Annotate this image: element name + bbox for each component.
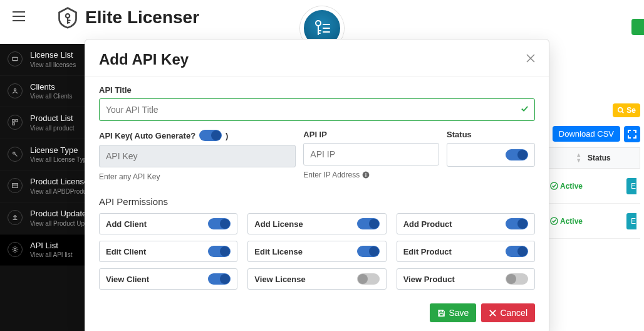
search-button[interactable]: Se — [613, 103, 640, 117]
perm-toggle[interactable] — [506, 246, 528, 257]
perm-edit-license: Edit License — [247, 241, 386, 262]
status-box — [447, 143, 535, 167]
api-key-label: API Key( Auto Generate? — [99, 131, 195, 140]
add-api-key-modal: Add API Key API Title API Key( Auto Gene… — [85, 39, 549, 331]
permissions-grid: Add ClientAdd LicenseAdd ProductEdit Cli… — [99, 213, 535, 290]
svg-rect-17 — [440, 313, 444, 316]
perm-label: View Product — [403, 275, 455, 284]
ticket-icon — [8, 51, 23, 66]
perm-toggle[interactable] — [357, 218, 380, 229]
expand-button[interactable] — [624, 126, 640, 142]
perm-label: View Client — [106, 275, 149, 284]
users-icon — [8, 83, 23, 98]
api-title-label: API Title — [99, 85, 535, 95]
perm-add-license: Add License — [247, 213, 386, 234]
svg-point-3 — [14, 88, 16, 90]
svg-point-10 — [618, 108, 623, 112]
perm-toggle[interactable] — [506, 273, 528, 285]
key-icon — [8, 147, 23, 162]
upload-icon — [8, 210, 23, 225]
auto-generate-toggle[interactable] — [199, 130, 222, 141]
perm-toggle[interactable] — [357, 273, 380, 285]
perm-label: Add License — [254, 219, 303, 229]
save-button[interactable]: Save — [430, 303, 476, 322]
api-ip-help: Enter IP Address — [303, 171, 439, 179]
edit-button[interactable]: E — [626, 178, 636, 194]
close-icon — [489, 309, 497, 317]
valid-check-icon — [521, 104, 529, 115]
svg-rect-4 — [13, 120, 14, 122]
close-icon — [526, 54, 535, 63]
brand-name: Elite Licenser — [85, 8, 199, 28]
perm-add-product: Add Product — [397, 213, 535, 234]
svg-rect-8 — [13, 184, 18, 188]
api-title-input[interactable] — [99, 98, 535, 121]
perm-label: Edit Client — [106, 247, 146, 256]
svg-rect-6 — [13, 123, 14, 125]
top-right-button-edge[interactable] — [631, 19, 644, 35]
brand: Elite Licenser — [56, 6, 199, 29]
svg-point-15 — [365, 173, 366, 174]
status-label: Status — [447, 130, 535, 139]
perm-label: Edit Product — [403, 247, 452, 256]
table-row: Active E — [546, 204, 640, 239]
svg-rect-5 — [16, 120, 18, 122]
svg-point-9 — [14, 248, 16, 250]
brand-logo-icon — [56, 6, 79, 29]
modal-title: Add API Key — [99, 51, 189, 68]
expand-icon — [628, 130, 636, 139]
perm-view-client: View Client — [99, 268, 237, 290]
package-icon — [8, 178, 23, 193]
perm-label: Edit License — [254, 247, 303, 256]
perm-view-license: View License — [247, 268, 386, 290]
sort-icon: ▲▼ — [576, 152, 581, 164]
menu-icon[interactable] — [6, 11, 31, 24]
status-badge: Active — [550, 182, 583, 191]
save-icon — [437, 309, 445, 317]
perm-add-client: Add Client — [99, 213, 237, 234]
info-icon — [362, 171, 370, 179]
svg-rect-14 — [366, 174, 366, 177]
perm-toggle[interactable] — [208, 273, 231, 285]
check-circle-icon — [550, 217, 558, 225]
api-key-help: Enter any API Key — [99, 172, 296, 181]
svg-point-1 — [316, 21, 321, 26]
download-csv-button[interactable]: Download CSV — [553, 126, 620, 142]
api-ip-label: API IP — [303, 130, 439, 139]
perm-toggle[interactable] — [506, 218, 528, 229]
perm-label: Add Product — [403, 219, 452, 229]
search-icon — [617, 107, 625, 114]
perm-toggle[interactable] — [208, 246, 231, 257]
perm-edit-product: Edit Product — [397, 241, 535, 262]
cog-icon — [8, 242, 23, 257]
perm-label: View License — [254, 275, 305, 284]
status-toggle[interactable] — [506, 149, 528, 160]
table-row: Active E — [546, 169, 640, 204]
perm-edit-client: Edit Client — [99, 241, 237, 262]
api-key-input — [99, 145, 296, 167]
perm-view-product: View Product — [397, 268, 535, 290]
perm-toggle[interactable] — [357, 246, 380, 257]
status-badge: Active — [550, 217, 583, 226]
svg-rect-2 — [13, 57, 18, 60]
api-ip-input[interactable] — [303, 143, 439, 166]
cancel-button[interactable]: Cancel — [481, 303, 535, 322]
perm-label: Add Client — [106, 219, 147, 229]
grid-icon — [8, 115, 23, 130]
check-circle-icon — [550, 182, 558, 190]
edit-button[interactable]: E — [626, 213, 636, 229]
perm-toggle[interactable] — [208, 218, 231, 229]
close-button[interactable] — [526, 54, 535, 65]
permissions-title: API Permissions — [99, 196, 535, 207]
svg-rect-16 — [440, 310, 443, 312]
table-header-status[interactable]: ▲▼ Status — [546, 147, 640, 169]
